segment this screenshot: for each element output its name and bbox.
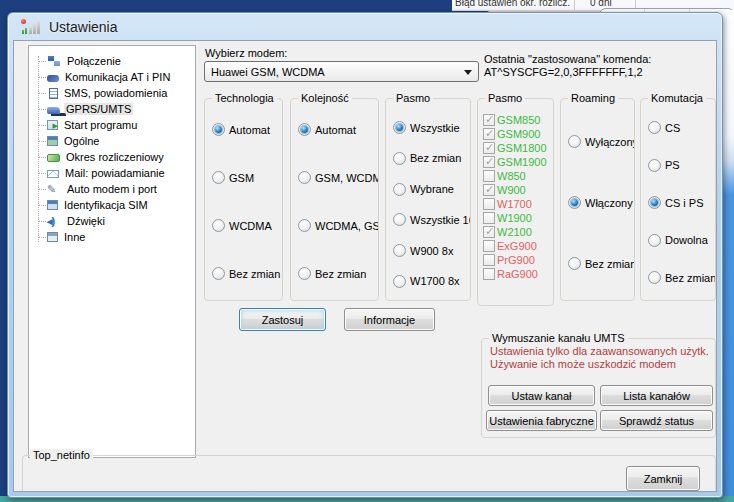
- sidebar-item-polaczenie[interactable]: Połączenie: [47, 53, 195, 69]
- checkbox[interactable]: [483, 226, 495, 238]
- checkbox-option-gsm1800[interactable]: GSM1800: [478, 142, 553, 154]
- radio-button[interactable]: [212, 171, 225, 184]
- radio-button[interactable]: [298, 219, 311, 232]
- checkbox[interactable]: [483, 268, 495, 280]
- sidebar-item-komunikacja-at-pin[interactable]: Komunikacja AT i PIN: [47, 69, 195, 85]
- radio-button[interactable]: [393, 275, 406, 288]
- channel-list-button[interactable]: Lista kanałów: [600, 385, 713, 406]
- info-button[interactable]: Informacje: [344, 308, 435, 331]
- radio-option-cs-i-ps[interactable]: CS i PS: [641, 196, 715, 209]
- sidebar-item-label: SMS, powiadomienia: [62, 87, 169, 99]
- radio-button[interactable]: [298, 267, 311, 280]
- checkbox-option-rag900[interactable]: RaG900: [478, 268, 553, 280]
- close-dialog-button[interactable]: Zamknij: [626, 466, 700, 491]
- checkbox[interactable]: [483, 198, 495, 210]
- checkbox-option-gsm1900[interactable]: GSM1900: [478, 156, 553, 168]
- radio-button[interactable]: [568, 135, 581, 148]
- radio-option-bez-zmian[interactable]: Bez zmian: [205, 267, 282, 280]
- sidebar-item-ogolne[interactable]: Ogólne: [47, 133, 195, 149]
- radio-button[interactable]: [393, 152, 406, 165]
- radio-button[interactable]: [648, 121, 661, 134]
- checkbox-option-prg900[interactable]: PrG900: [478, 254, 553, 266]
- radio-button[interactable]: [393, 183, 406, 196]
- checkbox[interactable]: [483, 170, 495, 182]
- radio-option-w1700-8x[interactable]: W1700 8x: [386, 275, 470, 288]
- sidebar-item-identyfikacja-sim[interactable]: Identyfikacja SIM: [47, 197, 195, 213]
- checkbox-option-gsm850[interactable]: GSM850: [478, 114, 553, 126]
- checkbox[interactable]: [483, 240, 495, 252]
- group-title: Top_netinfo: [30, 449, 93, 461]
- set-channel-button[interactable]: Ustaw kanał: [488, 385, 595, 406]
- radio-option-gsm-wcdma[interactable]: GSM, WCDMA: [291, 171, 378, 184]
- radio-option-bez-zmian[interactable]: Bez zmian: [291, 267, 378, 280]
- sidebar-item-okres-rozliczeniowy[interactable]: Okres rozliczeniowy: [47, 149, 195, 165]
- radio-button[interactable]: [298, 171, 311, 184]
- radio-option-wybrane[interactable]: Wybrane: [386, 183, 470, 196]
- checkbox-option-w1700[interactable]: W1700: [478, 198, 553, 210]
- radio-button[interactable]: [568, 257, 581, 270]
- sidebar-item-sms[interactable]: SMS, powiadomienia: [47, 85, 195, 101]
- document-icon: [49, 88, 58, 99]
- checkbox-option-w900[interactable]: W900: [478, 184, 553, 196]
- checkbox-option-gsm900[interactable]: GSM900: [478, 128, 553, 140]
- radio-option-automat[interactable]: Automat: [291, 123, 378, 136]
- radio-option-gsm[interactable]: GSM: [205, 171, 282, 184]
- sidebar-item-label: Identyfikacja SIM: [62, 199, 150, 211]
- checkbox[interactable]: [483, 212, 495, 224]
- radio-option-cs[interactable]: CS: [641, 121, 715, 134]
- radio-option-bez-zmian[interactable]: Bez zmian: [641, 271, 715, 284]
- radio-button[interactable]: [212, 123, 225, 136]
- sidebar-item-label: GPRS/UMTS: [64, 103, 133, 115]
- sidebar-item-auto-modem-port[interactable]: Auto modem i port: [47, 181, 195, 197]
- check-status-button[interactable]: Sprawdź status: [600, 410, 713, 431]
- checkbox[interactable]: [483, 142, 495, 154]
- apply-button[interactable]: Zastosuj: [239, 308, 326, 331]
- checkbox[interactable]: [483, 114, 495, 126]
- sidebar-item-dzwieki[interactable]: Dźwięki: [47, 213, 195, 229]
- radio-option-w900-8x[interactable]: W900 8x: [386, 244, 470, 257]
- radio-button[interactable]: [648, 271, 661, 284]
- sidebar-item-gprs-umts[interactable]: GPRS/UMTS: [47, 101, 195, 117]
- radio-option-wszystkie[interactable]: Wszystkie: [386, 121, 470, 134]
- checkbox[interactable]: [483, 254, 495, 266]
- combo-dropdown-button[interactable]: [458, 62, 478, 81]
- factory-settings-button[interactable]: Ustawienia fabryczne: [486, 410, 597, 431]
- checkbox-label: W850: [497, 170, 526, 182]
- radio-option-dowolna[interactable]: Dowolna: [641, 234, 715, 247]
- sidebar-item-start-programu[interactable]: Start programu: [47, 117, 195, 133]
- radio-button[interactable]: [212, 219, 225, 232]
- radio-option-wcdma[interactable]: WCDMA: [205, 219, 282, 232]
- checkbox-option-w850[interactable]: W850: [478, 170, 553, 182]
- radio-button[interactable]: [648, 234, 661, 247]
- radio-button[interactable]: [568, 196, 581, 209]
- radio-option-wylaczony[interactable]: Wyłączony: [561, 135, 634, 148]
- checkbox-option-w2100[interactable]: W2100: [478, 226, 553, 238]
- radio-option-bez-zmian[interactable]: Bez zmian: [561, 257, 634, 270]
- radio-option-wcdma-gsm[interactable]: WCDMA, GSM: [291, 219, 378, 232]
- window-icon: [47, 136, 58, 146]
- radio-button[interactable]: [393, 121, 406, 134]
- radio-button[interactable]: [212, 267, 225, 280]
- radio-button[interactable]: [393, 213, 406, 226]
- checkbox[interactable]: [483, 128, 495, 140]
- checkbox[interactable]: [483, 156, 495, 168]
- sidebar-item-inne[interactable]: Inne: [47, 229, 195, 245]
- radio-option-wlaczony[interactable]: Włączony: [561, 196, 634, 209]
- group-top-netinfo: Top_netinfo: [22, 455, 716, 491]
- titlebar: Ustawienia: [8, 13, 722, 40]
- radio-option-automat[interactable]: Automat: [205, 123, 282, 136]
- checkbox-option-w1900[interactable]: W1900: [478, 212, 553, 224]
- checkbox-option-exg900[interactable]: ExG900: [478, 240, 553, 252]
- radio-button[interactable]: [298, 123, 311, 136]
- radio-button[interactable]: [648, 159, 661, 172]
- checkbox[interactable]: [483, 184, 495, 196]
- modem-select[interactable]: Huawei GSM, WCDMA: [204, 61, 479, 82]
- radio-option-ps[interactable]: PS: [641, 159, 715, 172]
- radio-option-bez-zmian[interactable]: Bez zmian: [386, 152, 470, 165]
- radio-button[interactable]: [648, 196, 661, 209]
- radio-button[interactable]: [393, 244, 406, 257]
- checkbox-label: GSM1900: [497, 156, 547, 168]
- sidebar-item-mail[interactable]: Mail: powiadamianie: [47, 165, 195, 181]
- group-title: Pasmo: [485, 92, 525, 104]
- radio-option-wszystkie-16x[interactable]: Wszystkie 16x: [386, 213, 470, 226]
